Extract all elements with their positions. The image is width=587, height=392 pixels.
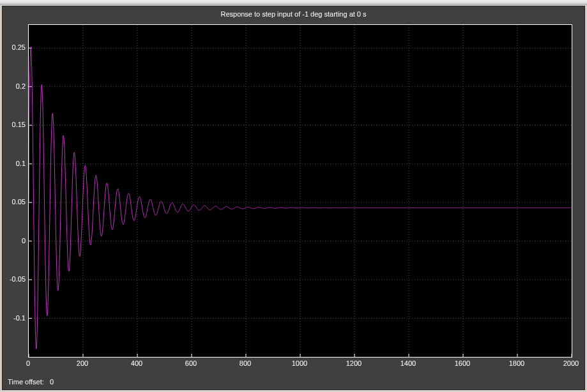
- y-tick-label: 0.15: [3, 121, 26, 128]
- x-tick-label: 2000: [558, 359, 584, 367]
- y-tick-label: -0.05: [3, 275, 26, 283]
- x-tick-label: 1400: [395, 359, 421, 367]
- time-offset-display: Time offset: 0: [8, 378, 54, 386]
- x-tick-label: 1600: [450, 359, 475, 367]
- x-tick-label: 200: [70, 359, 95, 367]
- y-tick-label: 0.05: [3, 198, 26, 206]
- x-tick-label: 0: [15, 359, 41, 367]
- x-tick-label: 1200: [341, 359, 367, 367]
- x-tick-label: 800: [233, 359, 258, 367]
- plot-area: [28, 24, 572, 358]
- plot-title: Response to step input of -1 deg startin…: [3, 10, 584, 18]
- x-tick-label: 400: [124, 359, 149, 367]
- y-tick-label: 0.1: [3, 160, 26, 167]
- y-tick-label: 0.2: [3, 82, 26, 90]
- y-tick-label: 0.25: [3, 43, 26, 51]
- time-offset-value: 0: [50, 378, 54, 386]
- x-tick-label: 600: [178, 359, 204, 367]
- x-tick-label: 1800: [504, 359, 530, 367]
- window-toolbar-strip: [0, 0, 587, 4]
- scope-panel: Response to step input of -1 deg startin…: [2, 6, 585, 390]
- y-tick-label: -0.1: [3, 314, 26, 322]
- y-tick-label: 0: [3, 237, 26, 245]
- x-tick-label: 1000: [287, 359, 312, 367]
- time-offset-label: Time offset:: [8, 378, 44, 386]
